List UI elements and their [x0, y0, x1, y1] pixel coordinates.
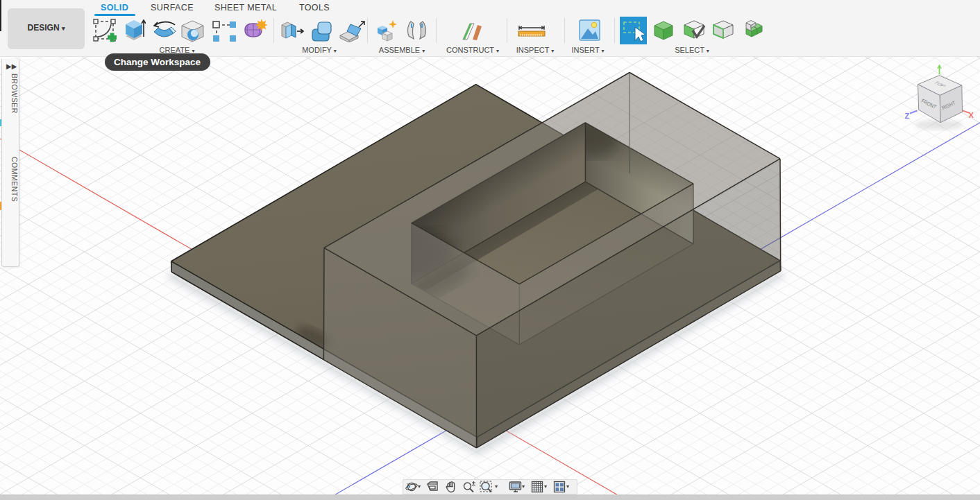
- svg-text:X: X: [969, 111, 974, 119]
- svg-text:Z: Z: [905, 112, 910, 120]
